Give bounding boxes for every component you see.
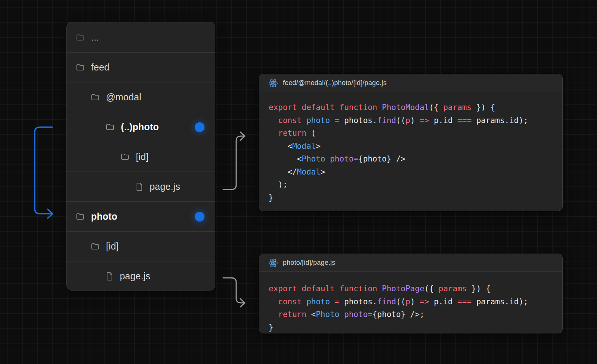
tree-row-id-2: [id] (67, 231, 215, 261)
code-block: export default function PhotoModal({ par… (259, 92, 562, 204)
tree-row-ellipsis: ... (67, 22, 215, 52)
folder-icon (76, 213, 84, 220)
tree-row-id-1: [id] (67, 142, 215, 172)
file-icon (106, 272, 113, 280)
tree-row-label: ... (91, 32, 99, 43)
file-path-title: photo/[id]/page.js (283, 259, 335, 267)
intercept-arrow (32, 120, 60, 222)
tree-row-photo: photo (67, 201, 215, 231)
code-panel-header: feed/@modal/(..)photo/[id]/page.js (259, 74, 562, 92)
tree-row-label: @modal (106, 92, 141, 103)
folder-icon (106, 123, 114, 131)
folder-icon (76, 34, 84, 41)
code-panel-header: photo/[id]/page.js (259, 254, 562, 272)
folder-icon (91, 243, 99, 250)
tree-row-label: feed (91, 62, 109, 73)
tree-row-label: photo (91, 211, 117, 222)
tree-row-feed: feed (67, 52, 215, 82)
tree-row-label: [id] (136, 151, 149, 162)
tree-row-modal-slot: @modal (67, 82, 215, 112)
file-path-title: feed/@modal/(..)photo/[id]/page.js (283, 79, 387, 87)
react-icon (268, 258, 278, 267)
tree-row-intercepted-photo: (..)photo (67, 112, 215, 142)
tree-row-label: page.js (120, 271, 150, 282)
react-icon (268, 79, 278, 88)
active-route-dot (195, 212, 204, 222)
folder-icon (121, 153, 129, 160)
file-tree-card: ... feed @modal (..)photo [id] page.js (66, 22, 215, 291)
active-route-dot (195, 122, 204, 132)
tree-row-label: (..)photo (121, 122, 159, 132)
code-block: export default function PhotoPage({ para… (259, 272, 562, 333)
modal-code-arrow (221, 131, 250, 193)
folder-icon (76, 64, 84, 71)
tree-row-label: page.js (150, 181, 180, 192)
tree-row-pagejs-2: page.js (67, 261, 215, 291)
tree-row-label: [id] (106, 241, 119, 252)
tree-row-pagejs-1: page.js (67, 172, 215, 201)
code-panel-modal: feed/@modal/(..)photo/[id]/page.js expor… (259, 74, 563, 211)
file-icon (136, 183, 143, 191)
page-code-arrow (221, 273, 250, 309)
folder-icon (91, 94, 99, 101)
code-panel-page: photo/[id]/page.js export default functi… (259, 254, 563, 333)
